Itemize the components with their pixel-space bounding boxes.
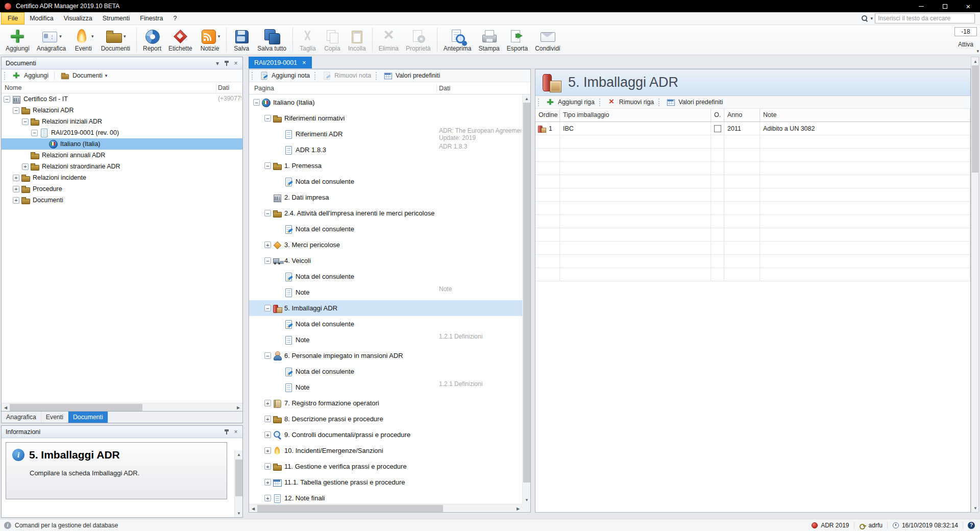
status-help[interactable] [967,522,976,529]
expander-icon[interactable]: + [264,416,271,422]
expander-icon[interactable]: + [264,431,271,438]
column-header-tipo-imballaggio[interactable]: Tipo imballaggio [560,109,711,122]
search-input[interactable] [875,13,975,23]
tab-anagrafica[interactable]: Anagrafica [2,412,41,423]
scrollbar-thumb[interactable] [523,103,530,482]
tree-row[interactable]: Note1.2.1 Definizioni [249,379,522,395]
menu-strumenti[interactable]: Strumenti [97,12,135,25]
rimuovi-riga-button[interactable]: Rimuovi riga [604,96,657,108]
tree-row[interactable]: +Procedure [2,183,242,195]
tree-row[interactable]: +11. Gestione e verifica prassi e proced… [249,458,522,474]
maximize-button[interactable] [933,0,957,12]
tree-row[interactable]: Riferimenti ADRADR: The European Agreeme… [249,126,522,142]
scroll-down-icon[interactable]: ▼ [971,504,979,512]
scroll-down-icon[interactable]: ▼ [235,509,243,517]
tree-row[interactable]: Nota del consulente [249,316,522,332]
column-header-ordine[interactable]: Ordine [535,109,560,122]
scrollbar-thumb[interactable] [972,65,979,173]
tree-row[interactable]: −6. Personale impiegato in mansioni ADR [249,348,522,364]
expander-icon[interactable]: + [264,495,271,501]
tree-row[interactable]: Note1.2.1 Definizioni [249,332,522,348]
tree-row[interactable]: +8. Descrizione prassi e procedure [249,411,522,427]
column-header-anno[interactable]: Anno [724,109,760,122]
eventi-button[interactable]: ▾Eventi [69,26,97,53]
expander-icon[interactable]: + [264,400,271,406]
expander-icon[interactable]: + [13,197,19,204]
dropdown-arrow-icon[interactable]: ▾ [91,34,94,39]
anagrafica-button[interactable]: ▾Anagrafica [33,26,69,53]
menu-visualizza[interactable]: Visualizza [59,12,97,25]
column-header-dati[interactable]: Dati [218,82,229,93]
tree-row[interactable]: −Relazioni iniziali ADR [2,116,242,127]
elimina-button[interactable]: Elimina [375,26,402,53]
expander-icon[interactable]: − [264,352,271,359]
copia-button[interactable]: Copia [320,26,345,53]
expander-icon[interactable]: − [264,115,271,122]
tree-row[interactable]: −Riferimenti normativi [249,110,522,126]
status-16-10-2019-08-32-14[interactable]: 16/10/2019 08:32:14 [891,522,959,529]
vertical-scrollbar[interactable]: ▲ ▼ [234,450,242,517]
documents-dropdown-button[interactable]: Documenti ▾ [57,70,110,81]
column-header-pagina[interactable]: Pagina [254,82,274,94]
expander-icon[interactable]: + [264,479,271,486]
attiva-value[interactable]: -18 [954,27,977,36]
tab-documenti[interactable]: Documenti [68,412,108,423]
tree-row[interactable]: Nota del consulente [249,269,522,284]
menu-file[interactable]: File [1,12,24,25]
tree-row[interactable]: +12. Note finali [249,490,522,504]
expander-icon[interactable]: − [22,118,29,125]
search-scope-arrow-icon[interactable]: ▾ [870,16,873,21]
close-panel-icon[interactable]: × [231,59,240,68]
tree-row[interactable]: ADR 1.8.3ADR 1.8.3 [249,142,522,158]
attiva-control[interactable]: -18 Attiva [954,27,977,48]
tree-row[interactable]: −RAI/2019-0001 (rev. 00) [2,127,242,138]
valori-predefiniti-button[interactable]: Valori predefiniti [663,96,726,108]
tree-row[interactable]: −Certifico Srl - IT(+3907755 [2,93,242,105]
scroll-up-icon[interactable]: ▲ [971,57,979,65]
scrollbar-thumb[interactable] [257,505,443,512]
vertical-scrollbar[interactable]: ▲ ▼ [522,94,530,504]
tree-row[interactable]: NoteNote [249,284,522,300]
vertical-scrollbar[interactable]: ▲ ▼ [971,57,979,513]
tree-row[interactable]: −Relazioni ADR [2,105,242,116]
esporta-button[interactable]: Esporta [503,26,531,53]
scroll-right-icon[interactable]: ▶ [514,504,522,513]
table-row[interactable]: 1IBC2011Adibito a UN 3082 [535,122,970,135]
tree-row[interactable]: +Documenti [2,195,242,206]
report-button[interactable]: Report [139,26,165,53]
horizontal-scrollbar[interactable]: ◀ ▶ [249,504,522,512]
close-button[interactable]: × [957,0,980,12]
condividi-button[interactable]: Condividi [531,26,564,53]
panel-menu-icon[interactable]: ▾ [213,59,222,68]
tree-row[interactable]: +Relazioni incidente [2,172,242,183]
dropdown-arrow-icon[interactable]: ▾ [218,34,220,39]
expander-icon[interactable]: − [264,305,271,311]
menu-item[interactable]: ? [168,12,182,25]
dropdown-arrow-icon[interactable]: ▾ [124,34,126,39]
scroll-up-icon[interactable]: ▲ [523,94,531,103]
anteprima-button[interactable]: Anteprima [440,26,475,53]
pin-icon[interactable] [222,59,231,68]
scrollbar-thumb[interactable] [10,404,142,411]
scroll-left-icon[interactable]: ◀ [2,403,10,412]
column-header-dati[interactable]: Dati [439,82,450,94]
expander-icon[interactable]: + [264,463,271,470]
expander-icon[interactable]: − [264,257,271,264]
stampa-button[interactable]: Stampa [475,26,503,53]
valori-predefiniti-button[interactable]: Valori predefiniti [380,70,443,81]
rimuovi-nota-button[interactable]: Rimuovi nota [319,70,374,81]
menu-modifica[interactable]: Modifica [24,12,59,25]
row-checkbox[interactable] [714,125,721,132]
dropdown-arrow-icon[interactable]: ▾ [59,34,62,39]
horizontal-scrollbar[interactable]: ◀ ▶ [2,403,242,411]
column-header-o[interactable]: O. [711,109,724,122]
notizie-button[interactable]: ▾Notizie [196,26,224,53]
aggiungi-riga-button[interactable]: Aggiungi riga [543,96,598,108]
status-adr-2019[interactable]: ADR 2019 [810,522,850,529]
scroll-left-icon[interactable]: ◀ [249,504,257,513]
tree-row[interactable]: Italiano (Italia) [2,138,242,150]
expander-icon[interactable]: − [31,130,38,136]
tree-row[interactable]: −1. Premessa [249,158,522,174]
aggiungi-nota-button[interactable]: Aggiungi nota [256,70,313,81]
column-header-nome[interactable]: Nome [5,82,21,93]
